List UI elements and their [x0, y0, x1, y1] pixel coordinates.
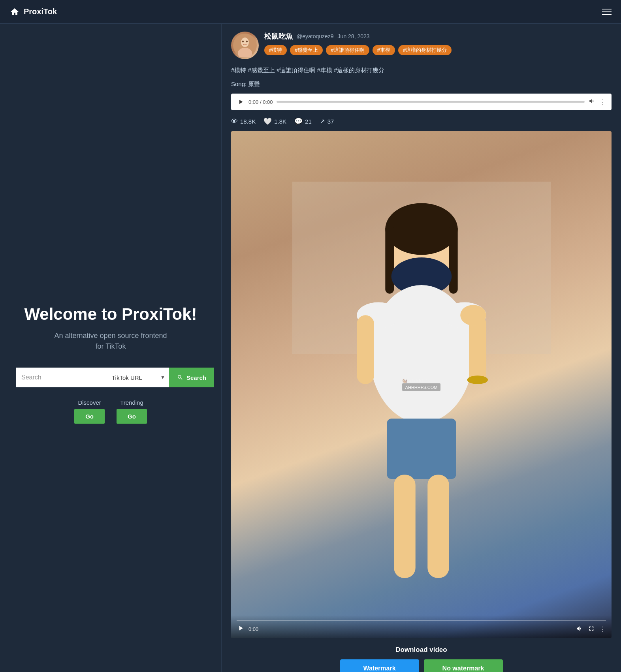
audio-time: 0:00 / 0:00 [248, 99, 273, 105]
svg-point-8 [385, 203, 457, 255]
audio-player: 0:00 / 0:00 ⋮ [231, 94, 612, 110]
post-meta: 松鼠吃魚 @eyatoquzez9 Jun 28, 2023 #模特 #感覺至上… [264, 32, 612, 55]
svg-rect-21 [427, 475, 449, 578]
video-progress-bar[interactable] [237, 620, 606, 621]
likes-stat: 🤍 1.8K [263, 117, 286, 126]
video-more-icon[interactable]: ⋮ [600, 625, 606, 633]
welcome-title: Welcome to ProxiTok! [24, 304, 197, 324]
post-header: 松鼠吃魚 @eyatoquzez9 Jun 28, 2023 #模特 #感覺至上… [231, 32, 612, 59]
trending-button[interactable]: Go [117, 409, 147, 424]
svg-rect-10 [449, 225, 457, 294]
avatar [231, 32, 259, 59]
song-name: 原聲 [248, 81, 260, 87]
video-volume-icon[interactable] [576, 625, 583, 634]
comments-count: 21 [305, 118, 312, 125]
tag-row: #模特 #感覺至上 #這誰頂得住啊 #車模 #這樣的身材打幾分 [264, 45, 612, 55]
left-panel: Welcome to ProxiTok! An alternative open… [0, 24, 221, 672]
user-handle: @eyatoquzez9 [297, 33, 334, 39]
views-icon: 👁 [231, 118, 238, 126]
search-type-select[interactable]: TikTok URL User Hashtag Trending [112, 368, 164, 387]
hamburger-menu[interactable] [602, 9, 612, 15]
svg-point-18 [460, 305, 486, 326]
svg-rect-16 [357, 315, 374, 385]
search-type-wrapper[interactable]: TikTok URL User Hashtag Trending ▼ [106, 368, 169, 387]
more-options-icon[interactable]: ⋮ [600, 98, 606, 106]
no-watermark-download-button[interactable]: No watermark [424, 659, 503, 672]
volume-icon[interactable] [589, 98, 596, 106]
song-label: Song: [231, 81, 247, 87]
discover-button[interactable]: Go [74, 409, 105, 424]
avatar-image [233, 34, 257, 57]
watermark: 🐿️ a h h h h f s AHHHHFS.COM [402, 378, 441, 391]
audio-progress-bar[interactable] [277, 101, 585, 103]
video-time: 0:00 [248, 626, 258, 632]
search-button[interactable]: Search [169, 368, 214, 387]
svg-point-1 [241, 38, 249, 47]
likes-count: 1.8K [274, 118, 286, 125]
shares-count: 37 [327, 118, 334, 125]
quick-links: Discover Go Trending Go [74, 399, 147, 424]
right-panel: 松鼠吃魚 @eyatoquzez9 Jun 28, 2023 #模特 #感覺至上… [221, 24, 621, 672]
svg-point-3 [242, 41, 244, 43]
trending-label: Trending [120, 399, 143, 406]
tag-3[interactable]: #這誰頂得住啊 [326, 45, 369, 55]
video-play-icon[interactable] [237, 624, 245, 634]
download-buttons: Watermark No watermark [231, 659, 612, 672]
search-button-label: Search [186, 374, 206, 381]
trending-group: Trending Go [117, 399, 147, 424]
video-fullscreen-icon[interactable] [588, 625, 595, 634]
shares-stat: ↗ 37 [320, 117, 334, 126]
navbar: ProxiTok [0, 0, 621, 24]
svg-rect-20 [394, 475, 416, 578]
search-input[interactable] [16, 368, 106, 387]
video-controls: 0:00 ⋮ [231, 615, 612, 638]
video-controls-right: ⋮ [576, 625, 606, 634]
brand[interactable]: ProxiTok [9, 7, 57, 17]
views-count: 18.8K [240, 118, 256, 125]
video-container[interactable]: 🐿️ a h h h h f s AHHHHFS.COM 0:00 [231, 131, 612, 638]
discover-group: Discover Go [74, 399, 105, 424]
views-stat: 👁 18.8K [231, 118, 256, 126]
welcome-subtitle: An alternative open source frontendfor T… [54, 330, 167, 352]
svg-rect-9 [385, 225, 394, 294]
comments-icon: 💬 [294, 117, 303, 126]
shares-icon: ↗ [320, 117, 325, 126]
svg-point-4 [246, 41, 248, 43]
video-person-svg [279, 182, 564, 612]
search-icon [177, 374, 183, 381]
post-date: Jun 28, 2023 [338, 33, 370, 39]
video-thumbnail: 🐿️ a h h h h f s AHHHHFS.COM [231, 131, 612, 638]
home-icon[interactable] [9, 7, 20, 17]
stats-row: 👁 18.8K 🤍 1.8K 💬 21 ↗ 37 [231, 117, 612, 126]
discover-label: Discover [78, 399, 101, 406]
comments-stat: 💬 21 [294, 117, 312, 126]
watermark-download-button[interactable]: Watermark [340, 659, 419, 672]
svg-point-22 [467, 376, 487, 385]
tag-5[interactable]: #這樣的身材打幾分 [398, 45, 452, 55]
svg-rect-17 [469, 315, 486, 385]
svg-rect-19 [387, 419, 456, 479]
download-section: Download video Watermark No watermark [231, 646, 612, 672]
main-layout: Welcome to ProxiTok! An alternative open… [0, 24, 621, 672]
watermark-icon: 🐿️ [402, 378, 408, 383]
tag-4[interactable]: #車模 [373, 45, 395, 55]
search-bar: TikTok URL User Hashtag Trending ▼ Searc… [16, 368, 205, 387]
username: 松鼠吃魚 [264, 32, 293, 41]
tag-2[interactable]: #感覺至上 [290, 45, 323, 55]
brand-name: ProxiTok [24, 7, 57, 16]
likes-icon: 🤍 [263, 117, 272, 126]
post-description: #模特 #感覺至上 #這誰頂得住啊 #車模 #這樣的身材打幾分 [231, 66, 612, 75]
video-controls-row: 0:00 ⋮ [237, 624, 606, 634]
tag-1[interactable]: #模特 [264, 45, 287, 55]
author-row: 松鼠吃魚 @eyatoquzez9 Jun 28, 2023 [264, 32, 612, 41]
audio-play-icon[interactable] [237, 98, 245, 106]
download-title: Download video [231, 646, 612, 654]
watermark-text: AHHHHFS.COM [402, 383, 441, 391]
song-info: Song: 原聲 [231, 81, 612, 88]
